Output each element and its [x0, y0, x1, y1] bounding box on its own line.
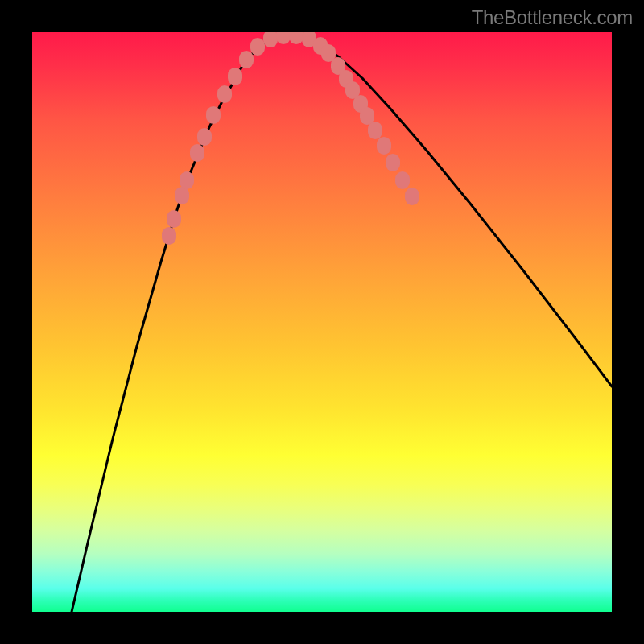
- svg-rect-2: [175, 187, 189, 204]
- svg-rect-5: [197, 128, 212, 146]
- svg-rect-25: [395, 171, 410, 189]
- svg-rect-0: [162, 227, 176, 245]
- svg-rect-3: [180, 171, 194, 189]
- svg-rect-6: [206, 106, 221, 124]
- svg-rect-26: [405, 188, 419, 205]
- bottleneck-curve: [72, 34, 612, 612]
- svg-rect-21: [360, 107, 374, 125]
- svg-rect-9: [239, 51, 254, 68]
- chart-container: TheBottleneck.com: [0, 0, 644, 644]
- svg-rect-12: [276, 32, 291, 44]
- plot-background: [32, 32, 612, 612]
- svg-rect-22: [368, 122, 382, 139]
- svg-rect-24: [386, 154, 400, 171]
- svg-rect-11: [263, 32, 278, 47]
- watermark-text: TheBottleneck.com: [472, 6, 633, 29]
- svg-rect-13: [289, 32, 303, 44]
- svg-rect-10: [250, 38, 265, 56]
- svg-rect-23: [377, 137, 391, 155]
- chart-svg: [32, 32, 612, 612]
- marker-cluster: [162, 32, 419, 245]
- svg-rect-1: [167, 210, 181, 228]
- svg-rect-8: [228, 68, 242, 85]
- svg-rect-7: [217, 85, 232, 103]
- svg-rect-4: [190, 144, 204, 162]
